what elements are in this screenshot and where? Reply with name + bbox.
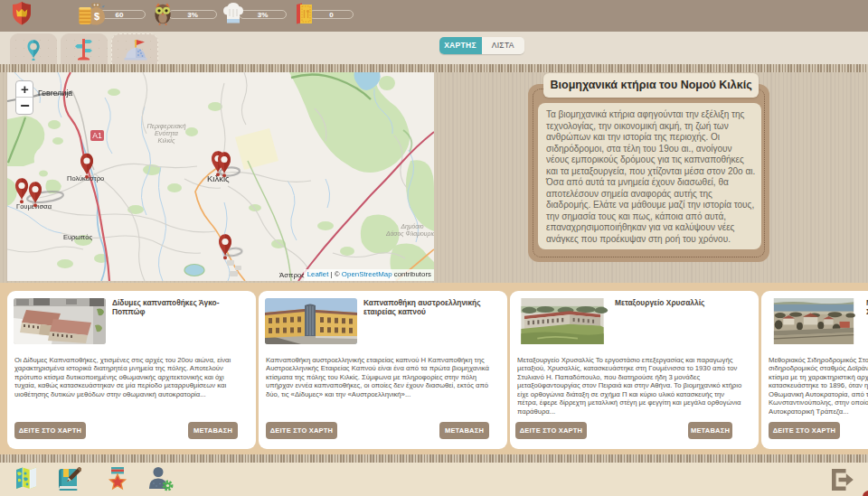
svg-text:Δημόσιο: Δημόσιο <box>400 223 423 230</box>
svg-text:Κιλκίς: Κιλκίς <box>158 136 175 145</box>
svg-text:Άσπρος: Άσπρος <box>279 271 305 279</box>
svg-text:Ευρωπός: Ευρωπός <box>63 233 92 241</box>
svg-text:$: $ <box>94 11 99 22</box>
svg-text:A1: A1 <box>92 131 102 140</box>
svg-text:Гевгелија: Гевгелија <box>38 89 72 98</box>
svg-text:Δάσος Φλαμουριάς: Δάσος Φλαμουριάς <box>385 230 434 238</box>
